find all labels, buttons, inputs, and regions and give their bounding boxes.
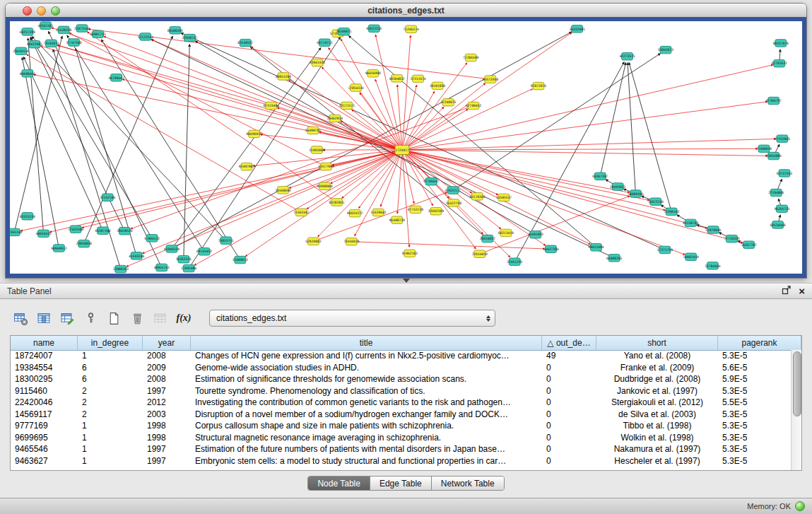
graph-node[interactable]: 65801733 <box>90 30 105 38</box>
graph-node[interactable]: 30101850 <box>430 82 445 90</box>
table-cell[interactable]: 5.3E-5 <box>718 444 791 454</box>
graph-node[interactable]: 18089506 <box>628 190 643 198</box>
graph-node[interactable]: 40364832 <box>389 75 404 83</box>
graph-node[interactable]: 35422798 <box>446 199 461 207</box>
graph-node[interactable]: 69367397 <box>592 173 608 180</box>
table-cell[interactable]: 1998 <box>143 433 191 443</box>
function-builder-button[interactable]: f(x) <box>175 309 193 327</box>
graph-node[interactable]: 54499791 <box>305 127 321 134</box>
table-cell[interactable]: 0 <box>542 409 596 419</box>
table-row[interactable]: 1456911722003Disruption of a novel membe… <box>11 409 791 421</box>
graph-node[interactable]: 71386589 <box>463 54 478 62</box>
table-cell[interactable]: 5.3E-5 <box>718 456 791 466</box>
graph-node[interactable]: 42273575 <box>619 53 635 61</box>
graph-node[interactable]: 67622171 <box>445 187 461 194</box>
table-cell[interactable]: 9463627 <box>11 456 78 466</box>
table-cell[interactable]: de Silva et al. (2003) <box>596 409 718 419</box>
table-cell[interactable]: Dudbridge et al. (2008) <box>596 374 718 384</box>
graph-node[interactable]: 72654650 <box>472 250 488 258</box>
table-cell[interactable]: 18300295 <box>11 374 78 384</box>
table-cell[interactable]: Jankovic et al. (1997) <box>596 386 718 396</box>
key-button[interactable] <box>81 309 100 327</box>
table-row[interactable]: 1872400712008Changes of HCN gene express… <box>11 350 791 362</box>
graph-node[interactable]: 54437284 <box>543 245 558 253</box>
graph-node[interactable]: 32602509 <box>428 207 444 215</box>
vertical-scrollbar[interactable] <box>791 350 801 470</box>
table-row[interactable]: 977716911998Corpus callosum shape and si… <box>11 420 791 432</box>
graph-node[interactable]: 21978946 <box>705 226 721 234</box>
graph-node[interactable]: 37371759 <box>657 246 673 254</box>
table-cell[interactable]: 5.6E-5 <box>718 363 791 373</box>
graph-node[interactable]: 23050858 <box>76 240 92 247</box>
close-window-button[interactable] <box>23 6 32 16</box>
graph-node[interactable]: 34333995 <box>570 25 585 33</box>
tab-node-table[interactable]: Node Table <box>308 477 370 490</box>
graph-node[interactable]: 57904132 <box>144 235 160 243</box>
graph-node[interactable]: 93998969 <box>317 182 332 190</box>
table-row[interactable]: 969969511998Structural magnetic resonanc… <box>11 432 791 444</box>
table-cell[interactable]: Estimation of the future numbers of pati… <box>191 444 542 454</box>
tab-network-table[interactable]: Network Table <box>432 477 504 490</box>
graph-node[interactable]: 28462930 <box>327 115 343 122</box>
graph-node[interactable]: 93572058 <box>483 76 498 83</box>
table-row[interactable]: 946554611997Estimation of the future num… <box>11 443 791 455</box>
graph-node[interactable]: 62798452 <box>466 102 481 110</box>
graph-node[interactable]: 21538358 <box>56 26 71 34</box>
graph-node[interactable]: 13585537 <box>496 194 512 201</box>
graph-node[interactable]: 09412404 <box>588 244 604 252</box>
graph-node[interactable]: 72365140 <box>10 228 23 236</box>
table-cell[interactable]: Disruption of a novel member of a sodium… <box>191 409 542 419</box>
table-row[interactable]: 946362711997Embryonic stem cells: a mode… <box>11 455 791 467</box>
graph-node[interactable]: 91962183 <box>402 250 418 257</box>
table-cell[interactable]: 2 <box>78 386 143 396</box>
float-panel-icon[interactable] <box>782 285 792 297</box>
table-cell[interactable]: Yano et al. (2008) <box>596 351 718 361</box>
table-cell[interactable]: Investigating the contribution of common… <box>191 397 542 407</box>
graph-node[interactable]: 92072876 <box>531 82 546 90</box>
column-header-short[interactable]: short <box>596 336 718 350</box>
table-row[interactable]: 2242004622012Investigating the contribut… <box>11 397 791 409</box>
table-cell[interactable]: 0 <box>542 374 596 384</box>
graph-node[interactable]: 60534568 <box>770 221 786 229</box>
graph-node[interactable]: 03737553 <box>777 170 792 177</box>
graph-node[interactable]: 37311674 <box>410 75 425 83</box>
table-cell[interactable]: 9699695 <box>11 433 78 443</box>
table-cell[interactable]: Corpus callosum shape and size in male p… <box>191 421 542 431</box>
graph-node[interactable]: 22104866 <box>768 189 784 197</box>
scrollbar-thumb[interactable] <box>793 351 801 416</box>
graph-node[interactable]: 43577999 <box>318 163 334 170</box>
table-cell[interactable]: Changes of HCN gene expression and I(f) … <box>191 351 542 361</box>
graph-node[interactable]: 28434852 <box>480 235 495 243</box>
graph-node[interactable]: 96656998 <box>365 70 381 78</box>
graph-node[interactable]: 29436518 <box>13 47 29 55</box>
table-cell[interactable]: Tibbo et al. (1998) <box>596 421 718 431</box>
graph-node[interactable]: 37747508 <box>66 39 81 47</box>
graph-node[interactable]: 13980363 <box>113 265 129 273</box>
graph-node[interactable]: 83538557 <box>237 39 253 47</box>
table-cell[interactable]: 0 <box>542 444 596 454</box>
graph-node[interactable]: 21071543 <box>74 25 90 33</box>
graph-node[interactable]: 17854334 <box>348 84 363 92</box>
table-cell[interactable]: 9465546 <box>11 444 78 454</box>
graph-node[interactable]: 36568690 <box>275 187 290 194</box>
graph-node[interactable]: 83325238 <box>20 213 35 221</box>
graph-node[interactable]: 11629643 <box>370 209 386 216</box>
table-cell[interactable]: 9115460 <box>11 386 78 396</box>
graph-node[interactable]: 01940339 <box>164 245 180 253</box>
graph-node[interactable]: 82783532 <box>772 59 787 67</box>
table-cell[interactable]: 1997 <box>143 456 191 466</box>
table-cell[interactable]: Hescheler et al. (1997) <box>596 456 718 466</box>
table-cell[interactable]: 1 <box>78 421 143 431</box>
table-cell[interactable]: 5.3E-5 <box>718 386 791 396</box>
graph-node[interactable]: 72390163 <box>664 208 679 216</box>
table-cell[interactable]: 14569117 <box>11 409 78 419</box>
graph-node[interactable]: 77490030 <box>756 145 772 153</box>
table-settings-button[interactable] <box>11 309 30 327</box>
graph-node[interactable]: 93056886 <box>766 152 782 160</box>
graph-node[interactable]: 46799447 <box>109 74 124 82</box>
graph-node[interactable]: 77433506 <box>68 226 83 233</box>
table-cell[interactable]: Estimation of significance thresholds fo… <box>191 374 542 384</box>
table-cell[interactable]: 2 <box>78 409 143 419</box>
graph-node[interactable]: 31689613 <box>233 256 248 264</box>
graph-node[interactable]: 75853751 <box>218 237 234 245</box>
